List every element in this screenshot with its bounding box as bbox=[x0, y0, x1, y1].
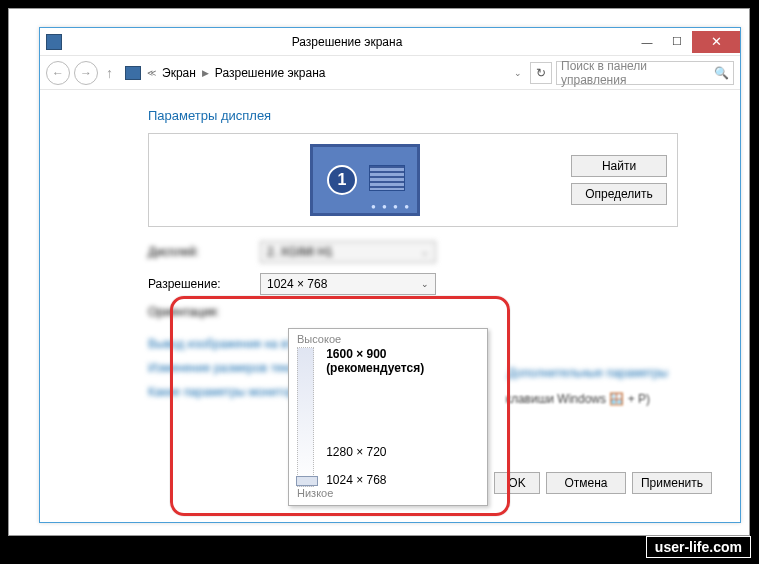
display-label: Дисплей: bbox=[148, 245, 260, 259]
resolution-slider[interactable] bbox=[297, 347, 314, 487]
address-icon bbox=[125, 66, 141, 80]
display-preview-box: 1 ● ● ● ● Найти Определить bbox=[148, 133, 678, 227]
minimize-button[interactable]: — bbox=[632, 31, 662, 53]
resolution-dropdown[interactable]: 1024 × 768 ⌄ bbox=[260, 273, 436, 295]
window: Разрешение экрана — ☐ ✕ ← → ↑ ≪ Экран ▶ … bbox=[39, 27, 741, 523]
monitor-dots: ● ● ● ● bbox=[371, 202, 411, 211]
title-icon bbox=[46, 34, 62, 50]
resolution-option-recommended[interactable]: 1600 × 900 (рекомендуется) bbox=[326, 347, 479, 375]
slider-thumb[interactable] bbox=[296, 476, 318, 486]
monitor-number: 1 bbox=[327, 165, 357, 195]
resolution-row: Разрешение: 1024 × 768 ⌄ bbox=[148, 273, 740, 295]
forward-button[interactable]: → bbox=[74, 61, 98, 85]
apply-button[interactable]: Применить bbox=[632, 472, 712, 494]
close-button[interactable]: ✕ bbox=[692, 31, 740, 53]
outer-frame: Разрешение экрана — ☐ ✕ ← → ↑ ≪ Экран ▶ … bbox=[8, 8, 750, 536]
back-button[interactable]: ← bbox=[46, 61, 70, 85]
popup-low-label: Низкое bbox=[297, 487, 479, 499]
address-dropdown-icon[interactable]: ⌄ bbox=[514, 68, 522, 78]
slider-column: 1600 × 900 (рекомендуется) 1280 × 720 10… bbox=[297, 347, 479, 487]
titlebar: Разрешение экрана — ☐ ✕ bbox=[40, 28, 740, 56]
refresh-button[interactable]: ↻ bbox=[530, 62, 552, 84]
monitor-area: 1 ● ● ● ● bbox=[159, 144, 571, 216]
display-row: Дисплей: 2. XGIMI H1 ⌄ bbox=[148, 241, 740, 263]
resolution-value: 1024 × 768 bbox=[267, 277, 327, 291]
window-title: Разрешение экрана bbox=[62, 35, 632, 49]
find-button[interactable]: Найти bbox=[571, 155, 667, 177]
chevron-icon: ≪ bbox=[147, 68, 156, 78]
breadcrumb-root[interactable]: Экран bbox=[162, 66, 196, 80]
chevron-down-icon: ⌄ bbox=[421, 247, 429, 257]
resolution-option-1280[interactable]: 1280 × 720 bbox=[326, 445, 479, 459]
side-buttons: Найти Определить bbox=[571, 155, 667, 205]
resolution-label: Разрешение: bbox=[148, 277, 260, 291]
detect-button[interactable]: Определить bbox=[571, 183, 667, 205]
resolution-option-1024[interactable]: 1024 × 768 bbox=[326, 473, 479, 487]
monitor-grid-icon bbox=[369, 165, 405, 191]
maximize-button[interactable]: ☐ bbox=[662, 31, 692, 53]
dialog-buttons: OK Отмена Применить bbox=[494, 472, 712, 494]
search-icon: 🔍 bbox=[714, 66, 729, 80]
toolbar: ← → ↑ ≪ Экран ▶ Разрешение экрана ⌄ ↻ По… bbox=[40, 56, 740, 90]
slider-labels: 1600 × 900 (рекомендуется) 1280 × 720 10… bbox=[326, 347, 479, 487]
ok-button[interactable]: OK bbox=[494, 472, 540, 494]
resolution-popup: Высокое 1600 × 900 (рекомендуется) 1280 … bbox=[288, 328, 488, 506]
chevron-down-icon: ⌄ bbox=[421, 279, 429, 289]
breadcrumb-current[interactable]: Разрешение экрана bbox=[215, 66, 326, 80]
win-p-hint: клавиши Windows 🪟 + P) bbox=[506, 392, 651, 406]
advanced-settings-link[interactable]: Дополнительные параметры bbox=[508, 366, 668, 380]
display-value: 2. XGIMI H1 bbox=[267, 245, 333, 259]
cancel-button[interactable]: Отмена bbox=[546, 472, 626, 494]
chevron-icon: ▶ bbox=[202, 68, 209, 78]
display-dropdown[interactable]: 2. XGIMI H1 ⌄ bbox=[260, 241, 436, 263]
address-bar[interactable]: ≪ Экран ▶ Разрешение экрана ⌄ bbox=[121, 61, 526, 85]
orientation-label: Ориентация: bbox=[148, 305, 260, 319]
search-placeholder: Поиск в панели управления bbox=[561, 59, 710, 87]
search-input[interactable]: Поиск в панели управления 🔍 bbox=[556, 61, 734, 85]
window-controls: — ☐ ✕ bbox=[632, 31, 740, 53]
orientation-row: Ориентация: bbox=[148, 305, 740, 319]
monitor-preview[interactable]: 1 ● ● ● ● bbox=[310, 144, 420, 216]
watermark: user-life.com bbox=[646, 536, 751, 558]
popup-high-label: Высокое bbox=[297, 333, 479, 345]
page-title: Параметры дисплея bbox=[148, 108, 740, 123]
up-button[interactable]: ↑ bbox=[102, 65, 117, 81]
